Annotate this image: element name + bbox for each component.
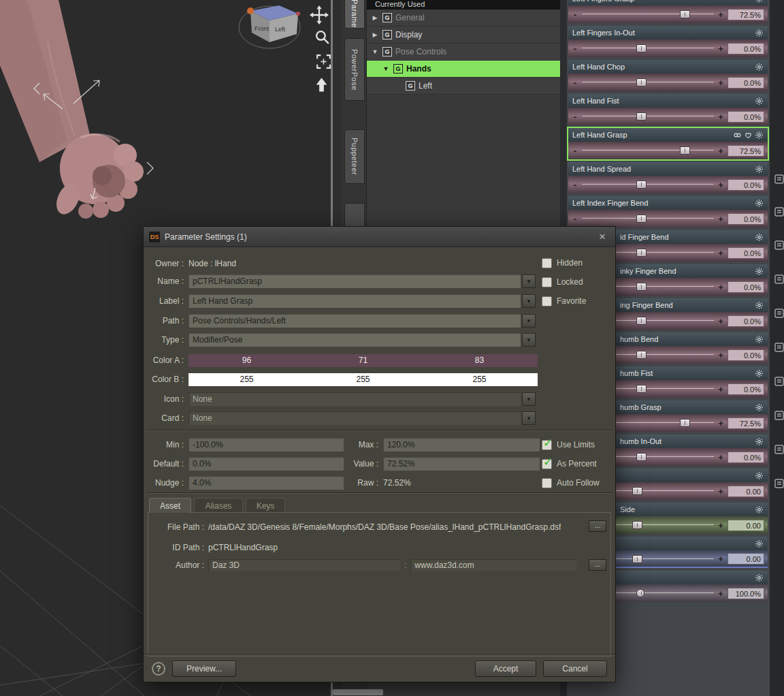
decrement-button[interactable]: - bbox=[572, 180, 578, 189]
link-icon[interactable] bbox=[733, 131, 742, 140]
slider-handle[interactable] bbox=[636, 78, 647, 86]
slider-value[interactable]: 0.0% bbox=[728, 452, 764, 463]
slider-handle[interactable] bbox=[636, 385, 647, 393]
move-tool-icon[interactable] bbox=[310, 5, 329, 25]
preview-button[interactable]: Preview... bbox=[172, 661, 236, 677]
gear-icon[interactable] bbox=[755, 539, 764, 548]
slider-handle[interactable] bbox=[636, 589, 644, 597]
gear-icon[interactable] bbox=[755, 369, 764, 378]
as-percent-checkbox[interactable]: ✓As Percent bbox=[542, 458, 597, 469]
increment-button[interactable]: + bbox=[717, 385, 724, 394]
slider-track[interactable] bbox=[582, 39, 714, 57]
checkbox-icon[interactable] bbox=[542, 277, 552, 287]
slider-value[interactable]: 0.00 bbox=[728, 486, 764, 497]
slider-handle[interactable] bbox=[636, 180, 647, 189]
slider-value[interactable]: 0.0% bbox=[728, 281, 764, 293]
slider-handle[interactable] bbox=[632, 521, 642, 529]
checkbox-icon[interactable] bbox=[542, 296, 552, 306]
value-field[interactable]: 72.52% bbox=[383, 457, 540, 471]
slider-handle[interactable] bbox=[680, 146, 690, 155]
increment-button[interactable]: + bbox=[717, 487, 724, 496]
slider-handle[interactable] bbox=[632, 555, 642, 563]
max-field[interactable]: 120.0% bbox=[383, 438, 540, 452]
gear-icon[interactable] bbox=[755, 471, 764, 480]
gear-icon[interactable] bbox=[755, 97, 764, 106]
dropdown-arrow-icon[interactable]: ▼ bbox=[522, 294, 536, 308]
slider-track[interactable] bbox=[582, 5, 714, 23]
tree-item-left[interactable]: GLeft bbox=[367, 78, 560, 95]
tab-parameters[interactable]: Parameters bbox=[344, 0, 365, 29]
dialog-titlebar[interactable]: DS Parameter Settings (1) × bbox=[144, 227, 615, 247]
slider-track[interactable] bbox=[582, 210, 714, 227]
slider-handle[interactable] bbox=[636, 249, 647, 257]
increment-button[interactable]: + bbox=[717, 351, 724, 360]
slider-handle[interactable] bbox=[636, 112, 647, 121]
dock-icon[interactable] bbox=[774, 308, 784, 319]
slider-track[interactable] bbox=[582, 176, 714, 193]
zoom-tool-icon[interactable] bbox=[314, 29, 331, 46]
decrement-button[interactable]: - bbox=[572, 215, 578, 223]
slider-value[interactable]: 72.5% bbox=[728, 9, 764, 20]
default-field[interactable]: 0.0% bbox=[189, 457, 344, 471]
dock-icon[interactable] bbox=[774, 410, 784, 421]
gear-icon[interactable] bbox=[755, 301, 764, 310]
tab-powerpose[interactable]: PowerPose bbox=[344, 38, 365, 101]
slider-value[interactable]: 0.0% bbox=[728, 77, 764, 89]
decrement-button[interactable]: - bbox=[572, 44, 578, 53]
slider-value[interactable]: 0.0% bbox=[728, 179, 764, 191]
horizontal-scrollbar[interactable] bbox=[333, 689, 383, 695]
slider-handle[interactable] bbox=[680, 10, 690, 18]
increment-button[interactable]: + bbox=[717, 78, 724, 87]
cancel-button[interactable]: Cancel bbox=[543, 661, 607, 677]
expander-icon[interactable]: ▼ bbox=[382, 65, 390, 72]
slider-value[interactable]: 0.0% bbox=[728, 247, 764, 259]
slider-handle[interactable] bbox=[636, 453, 647, 461]
increment-button[interactable]: + bbox=[717, 521, 724, 530]
decrement-button[interactable]: - bbox=[572, 146, 578, 155]
gear-icon[interactable] bbox=[755, 63, 764, 72]
increment-button[interactable]: + bbox=[717, 453, 724, 462]
slider-value[interactable]: 0.0% bbox=[728, 315, 764, 327]
tree-item-general[interactable]: ▶GGeneral bbox=[367, 10, 560, 27]
dock-icon[interactable] bbox=[774, 342, 784, 353]
gear-icon[interactable] bbox=[755, 233, 764, 242]
gear-icon[interactable] bbox=[755, 131, 764, 140]
nudge-field[interactable]: 4.0% bbox=[189, 476, 344, 490]
slider-handle[interactable] bbox=[680, 419, 690, 427]
tree-item-pose-controls[interactable]: ▼GPose Controls bbox=[367, 44, 560, 61]
slider-value[interactable]: 0.0% bbox=[728, 213, 764, 225]
slider-value[interactable]: 100.0% bbox=[728, 588, 764, 599]
name-field[interactable]: pCTRLlHandGrasp bbox=[189, 274, 521, 288]
locked-checkbox[interactable]: Locked bbox=[542, 276, 583, 287]
dropdown-arrow-icon[interactable]: ▼ bbox=[522, 333, 536, 347]
card-field[interactable]: None bbox=[189, 411, 521, 425]
increment-button[interactable]: + bbox=[717, 283, 724, 291]
decrement-button[interactable]: - bbox=[572, 10, 578, 19]
auto-follow-checkbox[interactable]: Auto Follow bbox=[542, 477, 600, 488]
expander-icon[interactable]: ▼ bbox=[371, 48, 379, 55]
dock-icon[interactable] bbox=[774, 240, 784, 251]
min-field[interactable]: -100.0% bbox=[189, 438, 344, 452]
gear-icon[interactable] bbox=[755, 199, 764, 208]
tree-header[interactable]: Currently Used bbox=[367, 0, 560, 10]
increment-button[interactable]: + bbox=[717, 180, 724, 189]
slider-value[interactable]: 0.0% bbox=[728, 43, 764, 54]
use-limits-checkbox[interactable]: ✓Use Limits bbox=[542, 439, 595, 450]
gear-icon[interactable] bbox=[755, 437, 764, 446]
favorite-checkbox[interactable]: Favorite bbox=[542, 296, 586, 306]
hand-model[interactable] bbox=[0, 0, 144, 219]
slider-track[interactable] bbox=[582, 74, 714, 91]
color-b-swatch[interactable]: 255255255 bbox=[189, 373, 538, 386]
checkbox-icon[interactable] bbox=[542, 478, 552, 488]
tab-puppeteer[interactable]: Puppeteer bbox=[344, 129, 365, 184]
checkbox-checked-icon[interactable]: ✓ bbox=[542, 440, 552, 450]
increment-button[interactable]: + bbox=[717, 554, 724, 563]
gear-icon[interactable] bbox=[755, 29, 764, 37]
dock-icon[interactable] bbox=[774, 376, 784, 387]
gear-icon[interactable] bbox=[755, 165, 764, 174]
increment-button[interactable]: + bbox=[717, 10, 724, 19]
author-browse-button[interactable]: ... bbox=[589, 559, 606, 571]
slider-handle[interactable] bbox=[636, 351, 647, 359]
slider-value[interactable]: 0.00 bbox=[728, 553, 764, 565]
slider-value[interactable]: 0.00 bbox=[728, 520, 764, 531]
